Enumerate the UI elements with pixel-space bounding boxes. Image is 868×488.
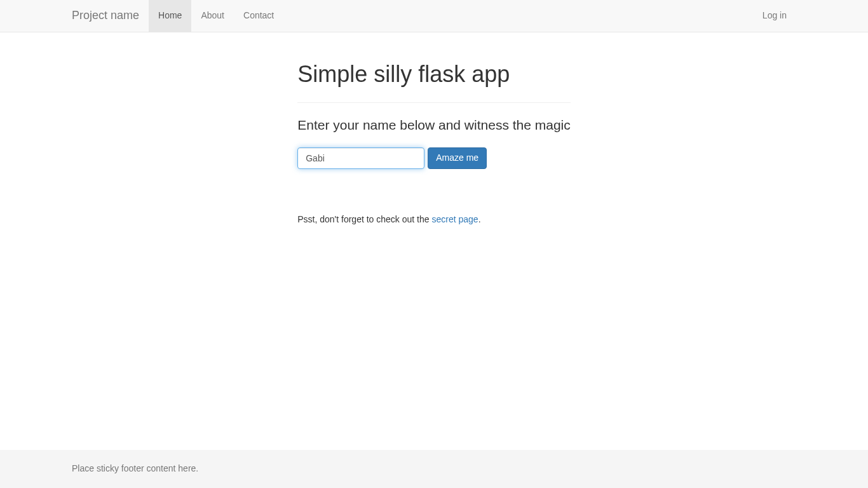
footer-text: Place sticky footer content here. bbox=[72, 463, 796, 475]
hint-prefix: Psst, don't forget to check out the bbox=[297, 214, 431, 224]
nav-link-about[interactable]: About bbox=[191, 0, 234, 32]
nav-item-about[interactable]: About bbox=[191, 0, 234, 32]
name-form: Amaze me bbox=[297, 147, 571, 169]
page-title: Simple silly flask app bbox=[297, 58, 571, 90]
name-input[interactable] bbox=[297, 147, 424, 169]
hint-suffix: . bbox=[478, 214, 481, 224]
main-container: Simple silly flask app Enter your name b… bbox=[288, 32, 580, 450]
navbar-brand[interactable]: Project name bbox=[72, 0, 149, 34]
secret-page-link[interactable]: secret page bbox=[431, 214, 478, 224]
nav-link-contact[interactable]: Contact bbox=[234, 0, 283, 32]
page-header: Simple silly flask app bbox=[297, 58, 571, 103]
nav-item-login[interactable]: Log in bbox=[753, 0, 796, 32]
lead-text: Enter your name below and witness the ma… bbox=[297, 116, 571, 135]
nav-item-home[interactable]: Home bbox=[149, 0, 191, 32]
nav-left: Home About Contact bbox=[149, 0, 283, 32]
nav-link-home[interactable]: Home bbox=[149, 0, 191, 32]
nav-right: Log in bbox=[753, 0, 796, 32]
footer: Place sticky footer content here. bbox=[0, 450, 868, 488]
submit-button[interactable]: Amaze me bbox=[428, 147, 487, 169]
navbar: Project name Home About Contact Log in bbox=[0, 0, 868, 32]
hint-text: Psst, don't forget to check out the secr… bbox=[297, 214, 571, 226]
nav-item-contact[interactable]: Contact bbox=[234, 0, 283, 32]
nav-link-login[interactable]: Log in bbox=[753, 0, 796, 32]
